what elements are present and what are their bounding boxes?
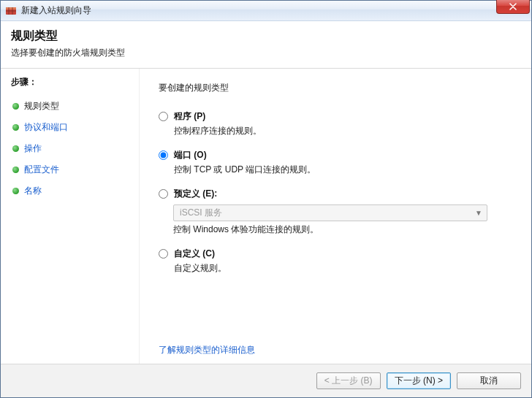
wizard-header: 规则类型 选择要创建的防火墙规则类型 (1, 21, 531, 69)
wizard-window: 新建入站规则向导 规则类型 选择要创建的防火墙规则类型 步骤： 规则类型 协议和… (0, 0, 532, 398)
wizard-body: 步骤： 规则类型 协议和端口 操作 配置文件 名称 (1, 69, 531, 364)
firewall-icon (5, 5, 17, 17)
bullet-icon (12, 124, 19, 131)
chevron-down-icon: ▼ (475, 209, 482, 217)
select-value: iSCSI 服务 (180, 207, 222, 219)
radio-custom[interactable] (159, 249, 168, 259)
step-label: 规则类型 (24, 100, 59, 112)
titlebar: 新建入站规则向导 (1, 1, 531, 21)
close-button[interactable] (496, 0, 530, 14)
learn-more: 了解规则类型的详细信息 (159, 329, 512, 356)
step-rule-type[interactable]: 规则类型 (11, 96, 132, 117)
wizard-footer: < 上一步 (B) 下一步 (N) > 取消 (1, 364, 531, 397)
option-label: 预定义 (E): (174, 188, 217, 200)
close-icon (509, 3, 517, 10)
rule-type-options: 程序 (P) 控制程序连接的规则。 端口 (O) 控制 TCP 或 UDP 端口… (159, 110, 512, 275)
wizard-content: 要创建的规则类型 程序 (P) 控制程序连接的规则。 端口 (O) 控制 TCP… (140, 69, 531, 364)
option-label: 自定义 (C) (174, 248, 227, 260)
option-label: 端口 (O) (174, 149, 316, 161)
next-button[interactable]: 下一步 (N) > (387, 372, 451, 389)
section-title: 要创建的规则类型 (159, 82, 512, 94)
option-program: 程序 (P) 控制程序连接的规则。 (159, 110, 512, 137)
bullet-icon (12, 167, 19, 173)
step-profile[interactable]: 配置文件 (11, 159, 132, 180)
learn-more-link[interactable]: 了解规则类型的详细信息 (159, 345, 255, 355)
radio-predefined[interactable] (159, 189, 168, 199)
step-name[interactable]: 名称 (11, 180, 132, 202)
option-desc: 控制程序连接的规则。 (174, 125, 262, 137)
option-desc: 控制 Windows 体验功能连接的规则。 (173, 223, 512, 236)
step-label[interactable]: 操作 (24, 142, 42, 155)
option-port: 端口 (O) 控制 TCP 或 UDP 端口连接的规则。 (159, 149, 512, 176)
option-custom: 自定义 (C) 自定义规则。 (159, 248, 512, 275)
bullet-icon (12, 103, 19, 110)
option-desc: 控制 TCP 或 UDP 端口连接的规则。 (174, 164, 316, 176)
bullet-icon (12, 188, 19, 194)
step-action[interactable]: 操作 (11, 138, 132, 159)
step-label[interactable]: 协议和端口 (24, 121, 68, 134)
window-title: 新建入站规则向导 (21, 4, 91, 17)
radio-program[interactable] (159, 112, 168, 121)
predefined-select[interactable]: iSCSI 服务 ▼ (173, 204, 487, 221)
radio-port[interactable] (159, 150, 168, 160)
option-predefined: 预定义 (E): iSCSI 服务 ▼ 控制 Windows 体验功能连接的规则… (159, 188, 512, 236)
back-button[interactable]: < 上一步 (B) (316, 372, 381, 389)
step-label[interactable]: 名称 (24, 185, 42, 197)
option-label: 程序 (P) (174, 110, 262, 123)
steps-sidebar: 步骤： 规则类型 协议和端口 操作 配置文件 名称 (1, 69, 140, 364)
svg-rect-1 (6, 7, 16, 9)
page-subtitle: 选择要创建的防火墙规则类型 (11, 47, 521, 59)
page-title: 规则类型 (11, 28, 521, 44)
step-protocol-port[interactable]: 协议和端口 (11, 117, 132, 138)
step-label[interactable]: 配置文件 (24, 164, 59, 176)
cancel-button[interactable]: 取消 (457, 372, 521, 389)
option-desc: 自定义规则。 (174, 262, 227, 275)
bullet-icon (12, 145, 19, 152)
steps-title: 步骤： (11, 76, 132, 88)
